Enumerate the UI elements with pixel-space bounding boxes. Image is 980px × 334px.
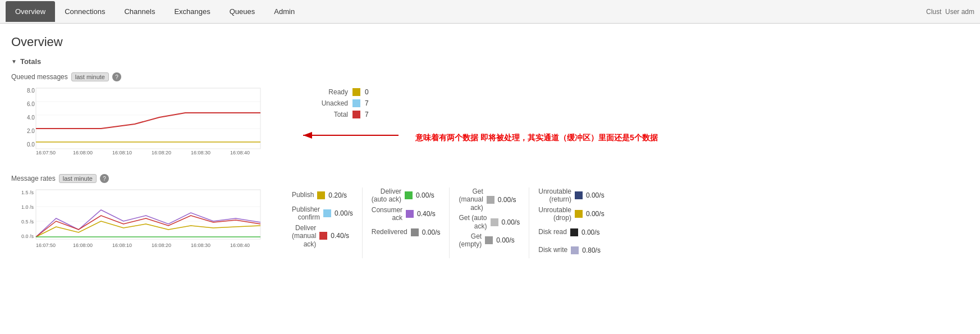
tab-channels[interactable]: Channels	[115, 1, 164, 22]
tab-overview[interactable]: Overview	[6, 1, 55, 22]
svg-text:16:08:40: 16:08:40	[230, 150, 250, 155]
svg-text:2.0: 2.0	[27, 128, 35, 134]
cluster-label: Clust	[926, 8, 941, 16]
tab-connections[interactable]: Connections	[55, 1, 115, 22]
tab-admin[interactable]: Admin	[264, 1, 304, 22]
get-auto-label: Get (autoack)	[459, 214, 487, 230]
svg-text:16:08:30: 16:08:30	[191, 243, 210, 248]
rates-time-badge[interactable]: last minute	[59, 174, 97, 183]
rates-chart-svg: 1.5 /s 1.0 /s 0.5 /s 0.0 /s	[11, 187, 269, 260]
queued-chart-svg: 8.0 6.0 4.0 2.0 0.0	[11, 86, 269, 159]
publisher-confirm-label: Publisherconfirm	[292, 205, 320, 222]
svg-rect-23	[36, 190, 260, 239]
tab-exchanges[interactable]: Exchanges	[164, 1, 219, 22]
unacked-label: Unacked	[292, 99, 348, 107]
disk-read-label: Disk read	[538, 228, 567, 237]
unroutable-return-label: Unroutable(return)	[538, 187, 571, 204]
svg-text:0.5 /s: 0.5 /s	[21, 219, 34, 225]
publish-color	[317, 191, 325, 199]
get-auto-color	[491, 218, 498, 226]
rates-cols: Publish 0.20/s Publisherconfirm 0.00/s D…	[292, 187, 622, 258]
rate-redelivered: Redelivered 0.00/s	[372, 225, 441, 240]
message-rates-chart: 1.5 /s 1.0 /s 0.5 /s 0.0 /s	[11, 187, 269, 262]
unacked-value: 7	[365, 99, 369, 107]
totals-header[interactable]: ▼ Totals	[11, 57, 943, 66]
ready-color-box	[352, 88, 360, 96]
legend-row-unacked: Unacked 7	[292, 99, 658, 107]
unroutable-drop-label: Unroutable(drop)	[538, 206, 571, 222]
svg-text:16:07:50: 16:07:50	[36, 243, 56, 248]
deliver-manual-value: 0.40/s	[331, 232, 349, 240]
ready-label: Ready	[292, 88, 348, 96]
nav-right-info: Clust User adm	[926, 8, 974, 16]
svg-text:8.0: 8.0	[27, 88, 35, 94]
user-label: User adm	[945, 8, 974, 16]
total-label: Total	[292, 111, 348, 118]
page-title: Overview	[11, 35, 943, 49]
totals-label: Totals	[20, 57, 41, 66]
tab-queues[interactable]: Queues	[220, 1, 265, 22]
rate-unroutable-return: Unroutable(return) 0.00/s	[538, 187, 604, 204]
redelivered-label: Redelivered	[372, 228, 407, 237]
disk-write-color	[571, 246, 579, 254]
svg-text:0.0 /s: 0.0 /s	[21, 234, 34, 239]
svg-text:16:08:00: 16:08:00	[73, 243, 93, 248]
svg-text:1.0 /s: 1.0 /s	[21, 204, 34, 210]
svg-text:16:08:30: 16:08:30	[191, 150, 210, 155]
rates-col-3: Get(manualack) 0.00/s Get (autoack) 0.00…	[459, 187, 529, 258]
queued-time-badge[interactable]: last minute	[71, 72, 109, 81]
rate-publisher-confirm: Publisherconfirm 0.00/s	[292, 205, 353, 222]
unroutable-drop-value: 0.00/s	[586, 210, 605, 218]
rate-consumer-ack: Consumerack 0.40/s	[372, 206, 441, 222]
rate-publish: Publish 0.20/s	[292, 187, 353, 203]
annotation-area: 意味着有两个数据 即将被处理，其实通道（缓冲区）里面还是5个数据	[292, 124, 658, 147]
deliver-auto-value: 0.00/s	[416, 191, 434, 199]
unroutable-drop-color	[575, 210, 583, 218]
svg-text:16:08:10: 16:08:10	[112, 150, 132, 155]
navigation: Overview Connections Channels Exchanges …	[0, 0, 980, 24]
disk-write-label: Disk write	[538, 246, 567, 255]
rate-get-manual: Get(manualack) 0.00/s	[459, 187, 520, 212]
rates-col-4: Unroutable(return) 0.00/s Unroutable(dro…	[538, 187, 613, 258]
rate-get-empty: Get(empty) 0.00/s	[459, 232, 520, 249]
legend-row-ready: Ready 0	[292, 88, 658, 96]
unacked-color-box	[352, 99, 360, 107]
rates-help-badge[interactable]: ?	[100, 174, 109, 183]
svg-text:16:07:50: 16:07:50	[36, 150, 56, 155]
unroutable-return-value: 0.00/s	[586, 191, 605, 199]
rate-deliver-auto: Deliver(auto ack) 0.00/s	[372, 187, 441, 204]
total-value: 7	[365, 111, 369, 118]
redelivered-value: 0.00/s	[422, 228, 441, 236]
queued-messages-label: Queued messages last minute ?	[11, 72, 943, 81]
totals-arrow-icon: ▼	[11, 58, 17, 65]
totals-section: ▼ Totals Queued messages last minute ? 8…	[11, 57, 943, 262]
disk-write-value: 0.80/s	[582, 246, 601, 254]
consumer-ack-label: Consumerack	[372, 206, 402, 222]
disk-read-value: 0.00/s	[581, 228, 600, 236]
rates-col-2: Deliver(auto ack) 0.00/s Consumerack 0.4…	[372, 187, 450, 258]
total-color-box	[352, 111, 360, 118]
message-rates-label-row: Message rates last minute ?	[11, 174, 943, 183]
deliver-auto-color	[405, 191, 413, 199]
svg-text:16:08:00: 16:08:00	[73, 150, 93, 155]
queued-messages-chart: 8.0 6.0 4.0 2.0 0.0	[11, 86, 269, 161]
queued-help-badge[interactable]: ?	[112, 72, 121, 81]
deliver-manual-color	[319, 232, 327, 240]
svg-text:16:08:20: 16:08:20	[152, 243, 171, 248]
disk-read-color	[570, 228, 578, 236]
svg-text:16:08:40: 16:08:40	[230, 243, 250, 248]
rate-unroutable-drop: Unroutable(drop) 0.00/s	[538, 206, 604, 222]
svg-text:0.0: 0.0	[27, 141, 35, 148]
publisher-confirm-color	[323, 209, 331, 217]
rate-deliver-manual: Deliver(manualack) 0.40/s	[292, 224, 353, 248]
annotation-text: 意味着有两个数据 即将被处理，其实通道（缓冲区）里面还是5个数据	[415, 133, 658, 143]
svg-text:1.5 /s: 1.5 /s	[21, 190, 34, 195]
get-manual-value: 0.00/s	[498, 196, 516, 204]
rate-get-auto: Get (autoack) 0.00/s	[459, 214, 520, 230]
svg-text:16:08:20: 16:08:20	[152, 150, 171, 155]
get-manual-color	[487, 196, 494, 204]
unroutable-return-color	[575, 191, 583, 199]
redelivered-color	[411, 228, 419, 236]
rate-disk-write: Disk write 0.80/s	[538, 243, 604, 258]
publish-label: Publish	[292, 191, 314, 200]
